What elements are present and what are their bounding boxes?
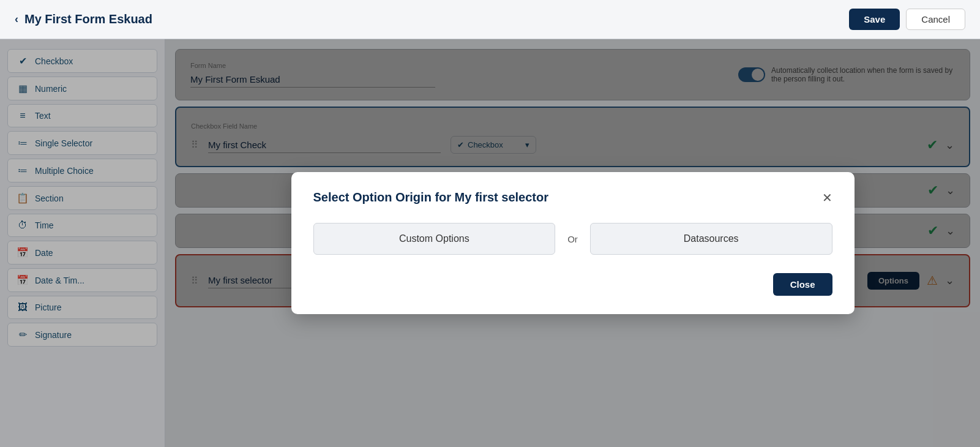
sidebar-item-time[interactable]: ⏱ Time [7, 214, 157, 237]
sidebar-item-date[interactable]: 📅 Date [7, 241, 157, 265]
sidebar-item-label: Numeric [35, 84, 67, 94]
custom-options-button[interactable]: Custom Options [313, 223, 556, 255]
sidebar-item-text[interactable]: ≡ Text [7, 104, 157, 127]
multiple-choice-icon: ≔ [17, 165, 29, 176]
sidebar-item-checkbox[interactable]: ✔ Checkbox [7, 49, 157, 73]
sidebar-item-label: Single Selector [35, 138, 92, 148]
numeric-icon: ▦ [17, 83, 29, 94]
sidebar-item-label: Picture [35, 302, 62, 312]
content: Form Name Automatically collect location… [165, 39, 980, 447]
modal-options-row: Custom Options Or Datasources [313, 223, 832, 255]
header-actions: Save Cancel [849, 9, 965, 30]
modal-title: Select Option Origin for My first select… [313, 190, 549, 205]
page-title: My First Form Eskuad [24, 12, 152, 26]
cancel-button[interactable]: Cancel [906, 9, 965, 30]
picture-icon: 🖼 [17, 302, 29, 313]
sidebar-item-label: Date & Tim... [35, 276, 84, 285]
modal-or-label: Or [567, 234, 578, 244]
sidebar-item-label: Signature [35, 330, 72, 340]
modal-close-x-button[interactable]: ✕ [822, 192, 832, 204]
header: ‹ My First Form Eskuad Save Cancel [0, 0, 980, 39]
datasources-button[interactable]: Datasources [590, 223, 832, 255]
sidebar-item-section[interactable]: 📋 Section [7, 186, 157, 210]
sidebar-item-label: Time [35, 220, 54, 230]
save-button[interactable]: Save [849, 9, 900, 30]
sidebar-item-label: Section [35, 193, 64, 203]
sidebar-item-multiple-choice[interactable]: ≔ Multiple Choice [7, 159, 157, 182]
sidebar-item-single-selector[interactable]: ≔ Single Selector [7, 131, 157, 155]
modal-close-button[interactable]: Close [773, 273, 832, 296]
datetime-icon: 📅 [17, 274, 29, 286]
main-layout: ✔ Checkbox ▦ Numeric ≡ Text ≔ Single Sel… [0, 39, 980, 447]
sidebar-item-label: Date [35, 248, 53, 258]
single-selector-icon: ≔ [17, 137, 29, 149]
sidebar-item-numeric[interactable]: ▦ Numeric [7, 77, 157, 100]
sidebar-item-label: Checkbox [35, 56, 73, 66]
modal-header: Select Option Origin for My first select… [313, 190, 832, 205]
section-icon: 📋 [17, 192, 29, 204]
time-icon: ⏱ [17, 220, 29, 231]
sidebar-item-label: Multiple Choice [35, 166, 94, 176]
header-left: ‹ My First Form Eskuad [15, 12, 152, 26]
sidebar-item-datetime[interactable]: 📅 Date & Tim... [7, 268, 157, 292]
sidebar: ✔ Checkbox ▦ Numeric ≡ Text ≔ Single Sel… [0, 39, 165, 447]
date-icon: 📅 [17, 247, 29, 258]
sidebar-item-signature[interactable]: ✏ Signature [7, 323, 157, 347]
signature-icon: ✏ [17, 329, 29, 340]
checkbox-icon: ✔ [17, 55, 29, 67]
sidebar-item-label: Text [35, 111, 51, 121]
sidebar-item-picture[interactable]: 🖼 Picture [7, 296, 157, 319]
modal: Select Option Origin for My first select… [291, 172, 855, 314]
back-button[interactable]: ‹ [15, 13, 18, 26]
modal-footer: Close [313, 273, 832, 296]
text-icon: ≡ [17, 110, 29, 121]
